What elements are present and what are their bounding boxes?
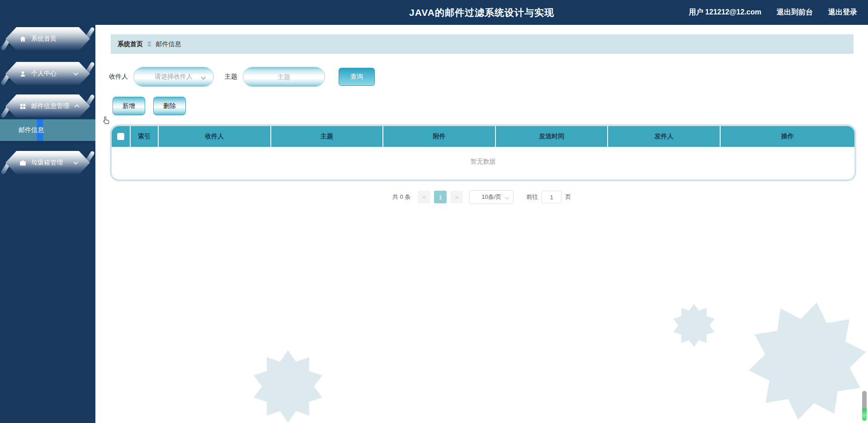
- mouse-cursor: [101, 115, 111, 126]
- delete-button[interactable]: 删除: [153, 97, 186, 115]
- column-header-subject: 主题: [271, 126, 384, 147]
- column-header-sender: 发件人: [608, 126, 721, 147]
- pagination-next-button[interactable]: >: [450, 191, 463, 203]
- sidebar-item-label: 系统首页: [31, 35, 57, 43]
- chevron-down-icon: [201, 75, 206, 80]
- select-all-checkbox[interactable]: [117, 133, 124, 140]
- sidebar-item-trash-management[interactable]: 垃圾箱管理: [5, 151, 90, 174]
- recipient-select-placeholder: 请选择收件人: [155, 73, 193, 81]
- breadcrumb-root[interactable]: 系统首页: [118, 40, 143, 48]
- chevron-down-icon: [73, 70, 78, 75]
- page-size-select[interactable]: 10条/页: [469, 190, 514, 204]
- subject-input[interactable]: [252, 73, 316, 80]
- logout-link[interactable]: 退出登录: [828, 8, 857, 17]
- sidebar-item-home[interactable]: 系统首页: [5, 27, 90, 51]
- sidebar-item-label: 邮件信息管理: [31, 102, 69, 110]
- chevron-up-icon: [75, 104, 80, 109]
- breadcrumb-current: 邮件信息: [156, 40, 181, 48]
- sidebar-item-label: 个人中心: [31, 70, 57, 78]
- goto-page-input[interactable]: [542, 191, 561, 203]
- submenu-item-label: 邮件信息: [19, 126, 44, 134]
- grid-icon: [19, 103, 27, 110]
- main-content: 系统首页 Ξ 邮件信息 收件人 请选择收件人 主题 查询 新增 删除: [95, 25, 868, 423]
- select-all-cell: [112, 126, 131, 147]
- table-header-row: 索引 收件人 主题 附件 发送时间 发件人 操作: [112, 126, 854, 147]
- filter-row: 收件人 请选择收件人 主题 查询: [109, 67, 868, 87]
- subject-label: 主题: [225, 73, 237, 81]
- sidebar-item-label: 垃圾箱管理: [31, 159, 63, 167]
- sidebar-item-mail-management[interactable]: 邮件信息管理: [5, 94, 90, 118]
- exit-to-front-link[interactable]: 退出到前台: [777, 8, 813, 17]
- app-page: JAVA的邮件过滤系统设计与实现 用户 121212@12.com 退出到前台 …: [0, 0, 868, 423]
- breadcrumb-separator-icon: Ξ: [147, 41, 151, 47]
- column-header-send-time: 发送时间: [496, 126, 609, 147]
- breadcrumb: 系统首页 Ξ 邮件信息: [111, 34, 854, 54]
- sidebar-subitem-mail-info[interactable]: 邮件信息: [0, 119, 95, 142]
- user-icon: [19, 70, 27, 78]
- sidebar-item-personal-center[interactable]: 个人中心: [5, 62, 90, 85]
- pagination-prev-button[interactable]: <: [418, 191, 430, 203]
- sidebar: 系统首页 个人中心 邮件信息管理: [0, 0, 95, 423]
- recipient-select[interactable]: 请选择收件人: [133, 67, 214, 87]
- goto-page-suffix: 页: [565, 193, 571, 201]
- column-header-attachment: 附件: [383, 126, 496, 147]
- table-empty-state: 暂无数据: [112, 147, 854, 177]
- column-header-index: 索引: [131, 126, 159, 147]
- mail-table: 索引 收件人 主题 附件 发送时间 发件人 操作 暂无数据: [112, 126, 854, 179]
- pagination: 共 0 条 < 1 > 10条/页 前往 页: [95, 190, 868, 204]
- home-icon: [19, 35, 27, 43]
- search-button[interactable]: 查询: [339, 68, 375, 86]
- page-size-value: 10条/页: [481, 193, 501, 201]
- subject-input-pill: [243, 67, 325, 87]
- column-header-recipient: 收件人: [159, 126, 271, 147]
- scrollbar-thumb[interactable]: [862, 391, 867, 421]
- current-user-label: 用户 121212@12.com: [689, 8, 761, 17]
- top-header: JAVA的邮件过滤系统设计与实现 用户 121212@12.com 退出到前台 …: [0, 0, 868, 25]
- pagination-goto: 前往 页: [526, 191, 571, 203]
- pagination-page-1[interactable]: 1: [434, 191, 447, 203]
- add-button[interactable]: 新增: [113, 97, 145, 115]
- chevron-down-icon: [505, 195, 509, 200]
- header-actions: 用户 121212@12.com 退出到前台 退出登录: [689, 0, 857, 25]
- trash-bag-icon: [19, 159, 27, 167]
- chevron-down-icon: [73, 160, 78, 164]
- goto-label: 前往: [526, 193, 538, 201]
- pagination-total: 共 0 条: [392, 193, 410, 201]
- recipient-label: 收件人: [109, 73, 128, 81]
- column-header-actions: 操作: [721, 126, 854, 147]
- action-row: 新增 删除: [113, 97, 868, 115]
